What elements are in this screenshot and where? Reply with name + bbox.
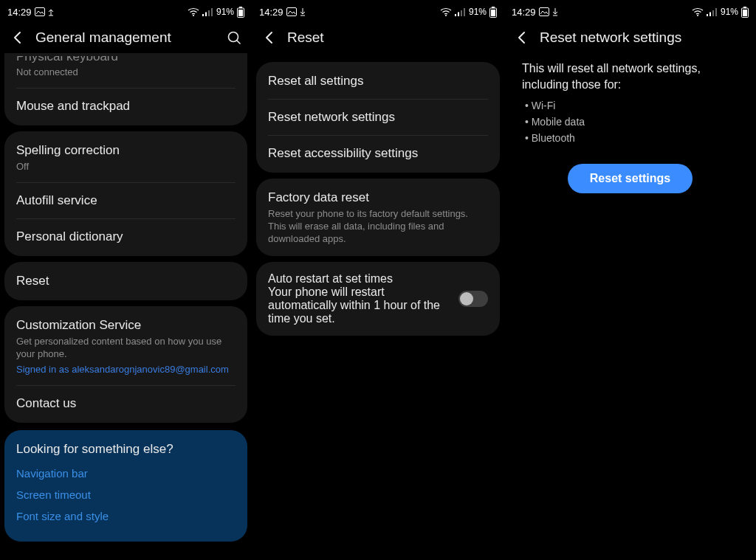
svg-rect-21: [491, 10, 495, 16]
settings-list: Physical keyboard Not connected Mouse an…: [0, 53, 252, 560]
status-bar: 14:29 91%: [504, 0, 756, 22]
suggestion-navigation-bar[interactable]: Navigation bar: [16, 467, 236, 480]
bullet-bluetooth: • Bluetooth: [522, 130, 738, 146]
status-signal-icon: [455, 8, 465, 16]
svg-rect-5: [208, 10, 210, 16]
status-battery-icon: [489, 7, 497, 18]
row-customization-service[interactable]: Customization Service Get personalized c…: [4, 308, 247, 385]
row-title: Autofill service: [16, 193, 236, 209]
settings-list: Reset all settings Reset network setting…: [252, 53, 504, 560]
svg-line-11: [237, 41, 240, 44]
search-button[interactable]: [227, 30, 241, 45]
row-spelling-correction[interactable]: Spelling correction Off: [4, 133, 247, 182]
toggle-knob: [460, 292, 473, 305]
status-battery-percent: 91%: [216, 7, 234, 17]
app-bar: Reset: [252, 22, 504, 53]
status-battery-icon: [741, 7, 749, 18]
svg-rect-3: [202, 14, 204, 16]
row-subtitle: Off: [16, 160, 236, 173]
row-reset[interactable]: Reset: [4, 263, 247, 299]
back-button[interactable]: [10, 30, 25, 45]
app-bar-title: General management: [35, 30, 171, 46]
svg-rect-12: [286, 8, 296, 16]
svg-point-14: [445, 15, 447, 16]
svg-rect-26: [709, 12, 711, 16]
row-title: Mouse and trackpad: [16, 98, 236, 114]
intro-text: This will reset all network settings, in…: [522, 62, 701, 91]
row-subtitle: Get personalized content based on how yo…: [16, 335, 236, 360]
card-services: Customization Service Get personalized c…: [4, 306, 247, 423]
card-auto-restart: Auto restart at set times Your phone wil…: [256, 262, 500, 336]
svg-point-2: [193, 15, 194, 16]
row-title: Reset all settings: [268, 73, 488, 89]
status-download-icon: [300, 7, 306, 16]
row-autofill-service[interactable]: Autofill service: [4, 183, 247, 218]
status-clock: 14:29: [259, 7, 284, 18]
row-mouse-trackpad[interactable]: Mouse and trackpad: [4, 89, 247, 124]
row-personal-dictionary[interactable]: Personal dictionary: [4, 219, 247, 255]
row-contact-us[interactable]: Contact us: [4, 386, 247, 421]
row-auto-restart[interactable]: Auto restart at set times Your phone wil…: [256, 263, 500, 334]
row-reset-accessibility-settings[interactable]: Reset accessibility settings: [256, 136, 500, 171]
status-upload-icon: [48, 7, 54, 16]
svg-rect-28: [715, 8, 717, 16]
row-title: Reset network settings: [268, 109, 488, 125]
suggestion-screen-timeout[interactable]: Screen timeout: [16, 488, 236, 501]
bullet-wifi: • Wi-Fi: [522, 97, 738, 114]
card-text-input: Spelling correction Off Autofill service…: [4, 131, 247, 256]
row-title: Reset: [16, 273, 236, 289]
status-battery-percent: 91%: [469, 7, 487, 17]
back-button[interactable]: [515, 30, 529, 45]
row-subtitle: Reset your phone to its factory default …: [268, 207, 488, 245]
status-wifi-icon: [692, 7, 704, 16]
svg-rect-31: [743, 10, 747, 16]
screen-general-management: 14:29 91%: [0, 0, 252, 560]
status-signal-icon: [202, 8, 213, 16]
suggestion-font-size[interactable]: Font size and style: [16, 510, 236, 522]
row-title: Personal dictionary: [16, 229, 236, 245]
row-subtitle: Your phone will restart automatically wi…: [268, 286, 448, 325]
card-suggestions: Looking for something else? Navigation b…: [4, 430, 247, 542]
status-bar: 14:29 91%: [0, 0, 252, 22]
status-wifi-icon: [188, 7, 199, 16]
app-bar: General management: [0, 22, 252, 53]
svg-rect-17: [461, 10, 462, 16]
svg-rect-0: [35, 8, 44, 16]
status-image-icon: [35, 7, 45, 16]
app-bar-title: Reset: [287, 30, 324, 46]
card-factory-reset: Factory data reset Reset your phone to i…: [256, 179, 500, 256]
status-image-icon: [539, 7, 549, 16]
row-title: Contact us: [16, 395, 236, 412]
auto-restart-toggle[interactable]: [458, 291, 488, 307]
status-battery-percent: 91%: [721, 7, 738, 17]
status-wifi-icon: [440, 7, 452, 16]
row-title: Customization Service: [16, 317, 236, 333]
row-factory-data-reset[interactable]: Factory data reset Reset your phone to i…: [256, 180, 500, 255]
row-title: Reset accessibility settings: [268, 145, 488, 162]
bullet-mobile-data: • Mobile data: [522, 114, 738, 130]
back-button[interactable]: [262, 30, 277, 45]
svg-rect-16: [458, 12, 459, 16]
svg-rect-15: [455, 14, 456, 16]
svg-rect-25: [707, 14, 708, 16]
bullet-list: • Wi-Fi • Mobile data • Bluetooth: [522, 93, 738, 146]
card-reset-options: Reset all settings Reset network setting…: [256, 62, 500, 173]
app-bar: Reset network settings: [504, 22, 756, 53]
svg-rect-6: [211, 8, 213, 16]
svg-rect-4: [205, 12, 207, 16]
reset-settings-button[interactable]: Reset settings: [568, 164, 693, 193]
svg-rect-27: [712, 10, 714, 16]
status-image-icon: [286, 7, 297, 16]
row-reset-network-settings[interactable]: Reset network settings: [256, 100, 500, 135]
row-reset-all-settings[interactable]: Reset all settings: [256, 63, 500, 99]
screen-reset-network-settings: 14:29 91%: [504, 0, 756, 560]
status-signal-icon: [707, 8, 717, 16]
svg-point-24: [697, 15, 698, 16]
row-signed-in-link[interactable]: Signed in as aleksandarognjanovic89@gmai…: [16, 363, 236, 376]
screen-reset: 14:29 91%: [252, 0, 504, 560]
row-physical-keyboard[interactable]: Physical keyboard Not connected: [4, 55, 247, 88]
row-title: Factory data reset: [268, 190, 488, 206]
status-battery-icon: [237, 7, 244, 18]
svg-rect-18: [464, 8, 465, 16]
status-download-icon: [552, 7, 558, 16]
